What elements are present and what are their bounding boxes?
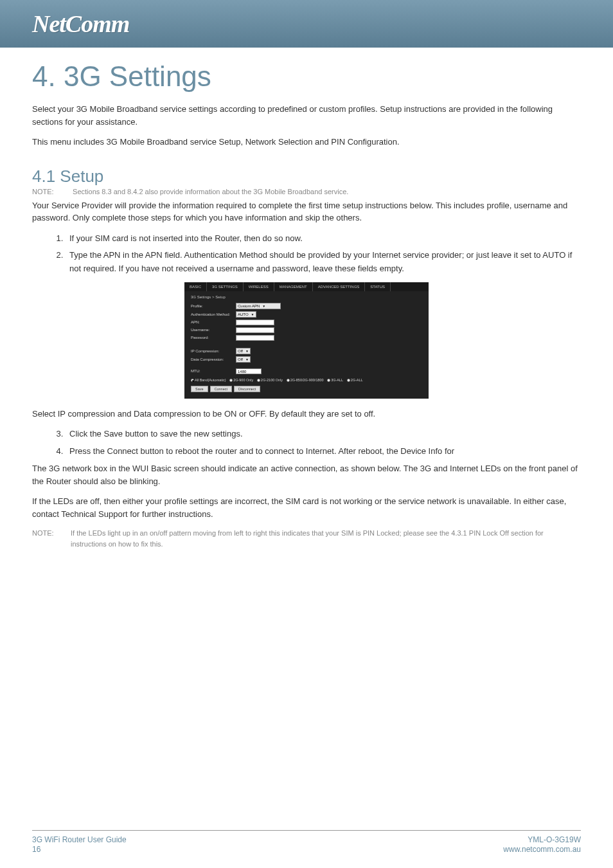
step-1: If your SIM card is not inserted into th… bbox=[66, 232, 581, 246]
radio-icon bbox=[229, 379, 233, 382]
screenshot-body: 3G Settings > Setup Profile: Custom APN▼… bbox=[184, 291, 429, 399]
tab-basic: BASIC bbox=[184, 282, 207, 291]
ipcomp-label: IP Compression: bbox=[191, 349, 236, 353]
radio-icon bbox=[257, 379, 260, 382]
connect-button-fig: Connect bbox=[210, 386, 233, 392]
note-label-2: NOTE: bbox=[32, 528, 71, 539]
note-2: NOTE:If the LEDs light up in an on/off p… bbox=[32, 528, 581, 549]
tab-wireless: WIRELESS bbox=[244, 282, 274, 291]
brand-header: NetComm bbox=[0, 0, 613, 48]
intro-paragraph-2: This menu includes 3G Mobile Broadband s… bbox=[32, 136, 581, 149]
radio-icon bbox=[347, 379, 350, 382]
step-3: Click the Save button to save the new se… bbox=[66, 428, 581, 441]
section-para-2: Select IP compression and Data compressi… bbox=[32, 408, 581, 420]
footer-doc-title: 3G WiFi Router User Guide bbox=[32, 835, 127, 845]
note-text: Sections 8.3 and 8.4.2 also provide info… bbox=[73, 188, 348, 195]
auth-select: AUTO▼ bbox=[236, 311, 256, 318]
save-button-fig: Save bbox=[191, 386, 208, 392]
tab-advanced: ADVANCED SETTINGS bbox=[313, 282, 366, 291]
step-4: Press the Connect button to reboot the r… bbox=[66, 445, 581, 458]
username-input bbox=[236, 327, 274, 333]
page-content: 4. 3G Settings Select your 3G Mobile Bro… bbox=[0, 48, 613, 549]
footer-page-number: 16 bbox=[32, 845, 127, 855]
profile-label: Profile: bbox=[191, 304, 236, 308]
footer-url: www.netcomm.com.au bbox=[503, 845, 581, 855]
note-1: NOTE: Sections 8.3 and 8.4.2 also provid… bbox=[32, 188, 581, 195]
step-2: Type the APN in the APN field. Authentic… bbox=[66, 249, 581, 276]
screenshot-buttons: Save Connect Disconnect bbox=[191, 386, 422, 392]
radio-icon bbox=[191, 379, 194, 382]
router-ui-screenshot: BASIC 3G SETTINGS WIRELESS MANAGEMENT AD… bbox=[184, 282, 429, 399]
mtu-input: 1480 bbox=[236, 368, 262, 374]
band-radios: All Band(Automatic) 2G-900 Only 2G-2100 … bbox=[191, 378, 422, 382]
brand-logo: NetComm bbox=[32, 10, 129, 38]
screenshot-tabs: BASIC 3G SETTINGS WIRELESS MANAGEMENT AD… bbox=[184, 282, 429, 291]
apn-label: APN: bbox=[191, 320, 236, 324]
password-label: Password: bbox=[191, 336, 236, 339]
page-title: 4. 3G Settings bbox=[32, 60, 581, 93]
auth-label: Authentication Method: bbox=[191, 312, 236, 316]
radio-icon bbox=[287, 379, 290, 382]
mtu-label: MTU: bbox=[191, 369, 236, 373]
apn-input bbox=[236, 320, 274, 325]
profile-select: Custom APN▼ bbox=[236, 303, 281, 309]
ordered-steps-a: If your SIM card is not inserted into th… bbox=[66, 232, 581, 276]
disconnect-button-fig: Disconnect bbox=[234, 386, 260, 392]
note-label: NOTE: bbox=[32, 188, 71, 195]
screenshot-breadcrumb: 3G Settings > Setup bbox=[191, 295, 422, 299]
password-input bbox=[236, 335, 274, 341]
footer-left: 3G WiFi Router User Guide 16 bbox=[32, 835, 127, 855]
tab-management: MANAGEMENT bbox=[274, 282, 313, 291]
section-para-1: Your Service Provider will provide the i… bbox=[32, 199, 581, 224]
section-heading: 4.1 Setup bbox=[32, 167, 581, 186]
embedded-screenshot-wrap: BASIC 3G SETTINGS WIRELESS MANAGEMENT AD… bbox=[32, 282, 581, 399]
footer-divider bbox=[32, 830, 581, 831]
tab-3g-settings: 3G SETTINGS bbox=[207, 282, 244, 291]
footer-right: YML-O-3G19W www.netcomm.com.au bbox=[503, 835, 581, 855]
username-label: Username: bbox=[191, 328, 236, 332]
page-footer: 3G WiFi Router User Guide 16 YML-O-3G19W… bbox=[0, 835, 613, 855]
intro-paragraph-1: Select your 3G Mobile Broadband service … bbox=[32, 103, 581, 128]
section-para-4: If the LEDs are off, then either your pr… bbox=[32, 495, 581, 520]
footer-model: YML-O-3G19W bbox=[503, 835, 581, 845]
ordered-steps-b: Click the Save button to save the new se… bbox=[66, 428, 581, 458]
ipcomp-select: Off▼ bbox=[236, 348, 251, 354]
tab-status: STATUS bbox=[365, 282, 391, 291]
note-text-2: If the LEDs light up in an on/off patter… bbox=[71, 528, 578, 549]
section-para-3: The 3G network box in the WUI Basic scre… bbox=[32, 462, 581, 487]
datacomp-label: Data Compression: bbox=[191, 357, 236, 361]
radio-icon bbox=[327, 379, 330, 382]
datacomp-select: Off▼ bbox=[236, 356, 251, 363]
